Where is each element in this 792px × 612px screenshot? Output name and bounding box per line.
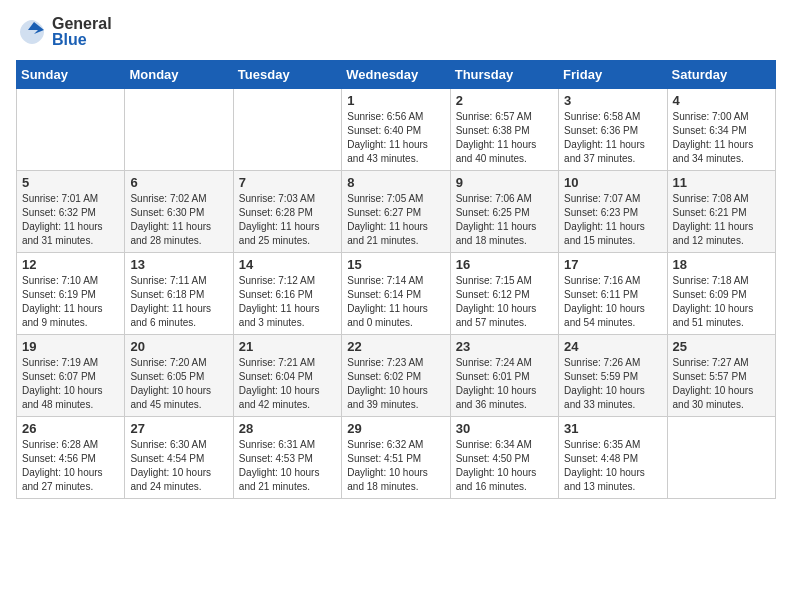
day-info: Sunrise: 6:58 AM Sunset: 6:36 PM Dayligh…	[564, 110, 661, 166]
day-info: Sunrise: 7:02 AM Sunset: 6:30 PM Dayligh…	[130, 192, 227, 248]
day-info: Sunrise: 7:07 AM Sunset: 6:23 PM Dayligh…	[564, 192, 661, 248]
calendar-week-row: 19Sunrise: 7:19 AM Sunset: 6:07 PM Dayli…	[17, 335, 776, 417]
day-info: Sunrise: 7:24 AM Sunset: 6:01 PM Dayligh…	[456, 356, 553, 412]
calendar-cell: 26Sunrise: 6:28 AM Sunset: 4:56 PM Dayli…	[17, 417, 125, 499]
day-info: Sunrise: 7:01 AM Sunset: 6:32 PM Dayligh…	[22, 192, 119, 248]
calendar-week-row: 12Sunrise: 7:10 AM Sunset: 6:19 PM Dayli…	[17, 253, 776, 335]
day-number: 28	[239, 421, 336, 436]
day-number: 10	[564, 175, 661, 190]
day-info: Sunrise: 7:10 AM Sunset: 6:19 PM Dayligh…	[22, 274, 119, 330]
calendar-cell: 12Sunrise: 7:10 AM Sunset: 6:19 PM Dayli…	[17, 253, 125, 335]
day-info: Sunrise: 7:20 AM Sunset: 6:05 PM Dayligh…	[130, 356, 227, 412]
calendar-cell: 16Sunrise: 7:15 AM Sunset: 6:12 PM Dayli…	[450, 253, 558, 335]
day-info: Sunrise: 7:18 AM Sunset: 6:09 PM Dayligh…	[673, 274, 770, 330]
calendar-cell: 29Sunrise: 6:32 AM Sunset: 4:51 PM Dayli…	[342, 417, 450, 499]
day-number: 17	[564, 257, 661, 272]
calendar-cell: 18Sunrise: 7:18 AM Sunset: 6:09 PM Dayli…	[667, 253, 775, 335]
logo-bird-icon	[16, 16, 48, 48]
weekday-header-saturday: Saturday	[667, 61, 775, 89]
day-info: Sunrise: 6:28 AM Sunset: 4:56 PM Dayligh…	[22, 438, 119, 494]
calendar-cell	[667, 417, 775, 499]
weekday-header-sunday: Sunday	[17, 61, 125, 89]
day-number: 9	[456, 175, 553, 190]
day-info: Sunrise: 6:35 AM Sunset: 4:48 PM Dayligh…	[564, 438, 661, 494]
day-number: 7	[239, 175, 336, 190]
day-number: 18	[673, 257, 770, 272]
day-number: 31	[564, 421, 661, 436]
calendar-cell: 30Sunrise: 6:34 AM Sunset: 4:50 PM Dayli…	[450, 417, 558, 499]
calendar-header: SundayMondayTuesdayWednesdayThursdayFrid…	[17, 61, 776, 89]
day-number: 24	[564, 339, 661, 354]
day-info: Sunrise: 7:16 AM Sunset: 6:11 PM Dayligh…	[564, 274, 661, 330]
day-info: Sunrise: 7:27 AM Sunset: 5:57 PM Dayligh…	[673, 356, 770, 412]
weekday-header-monday: Monday	[125, 61, 233, 89]
day-number: 4	[673, 93, 770, 108]
day-info: Sunrise: 6:34 AM Sunset: 4:50 PM Dayligh…	[456, 438, 553, 494]
weekday-header-tuesday: Tuesday	[233, 61, 341, 89]
day-info: Sunrise: 7:11 AM Sunset: 6:18 PM Dayligh…	[130, 274, 227, 330]
calendar-cell: 11Sunrise: 7:08 AM Sunset: 6:21 PM Dayli…	[667, 171, 775, 253]
calendar-cell: 27Sunrise: 6:30 AM Sunset: 4:54 PM Dayli…	[125, 417, 233, 499]
calendar-week-row: 1Sunrise: 6:56 AM Sunset: 6:40 PM Daylig…	[17, 89, 776, 171]
day-number: 20	[130, 339, 227, 354]
calendar-cell: 22Sunrise: 7:23 AM Sunset: 6:02 PM Dayli…	[342, 335, 450, 417]
day-info: Sunrise: 7:15 AM Sunset: 6:12 PM Dayligh…	[456, 274, 553, 330]
calendar-cell: 17Sunrise: 7:16 AM Sunset: 6:11 PM Dayli…	[559, 253, 667, 335]
calendar-cell: 28Sunrise: 6:31 AM Sunset: 4:53 PM Dayli…	[233, 417, 341, 499]
calendar-cell: 13Sunrise: 7:11 AM Sunset: 6:18 PM Dayli…	[125, 253, 233, 335]
calendar-cell	[233, 89, 341, 171]
day-info: Sunrise: 7:14 AM Sunset: 6:14 PM Dayligh…	[347, 274, 444, 330]
day-number: 27	[130, 421, 227, 436]
day-number: 23	[456, 339, 553, 354]
day-number: 8	[347, 175, 444, 190]
calendar-cell: 25Sunrise: 7:27 AM Sunset: 5:57 PM Dayli…	[667, 335, 775, 417]
day-info: Sunrise: 7:03 AM Sunset: 6:28 PM Dayligh…	[239, 192, 336, 248]
day-number: 2	[456, 93, 553, 108]
day-info: Sunrise: 6:30 AM Sunset: 4:54 PM Dayligh…	[130, 438, 227, 494]
calendar-cell: 15Sunrise: 7:14 AM Sunset: 6:14 PM Dayli…	[342, 253, 450, 335]
page-header: GeneralBlue	[16, 16, 776, 48]
calendar-cell: 7Sunrise: 7:03 AM Sunset: 6:28 PM Daylig…	[233, 171, 341, 253]
calendar-table: SundayMondayTuesdayWednesdayThursdayFrid…	[16, 60, 776, 499]
calendar-week-row: 5Sunrise: 7:01 AM Sunset: 6:32 PM Daylig…	[17, 171, 776, 253]
day-info: Sunrise: 6:32 AM Sunset: 4:51 PM Dayligh…	[347, 438, 444, 494]
day-number: 21	[239, 339, 336, 354]
day-info: Sunrise: 6:57 AM Sunset: 6:38 PM Dayligh…	[456, 110, 553, 166]
day-number: 13	[130, 257, 227, 272]
day-info: Sunrise: 7:06 AM Sunset: 6:25 PM Dayligh…	[456, 192, 553, 248]
calendar-cell: 31Sunrise: 6:35 AM Sunset: 4:48 PM Dayli…	[559, 417, 667, 499]
day-number: 19	[22, 339, 119, 354]
day-info: Sunrise: 7:05 AM Sunset: 6:27 PM Dayligh…	[347, 192, 444, 248]
day-number: 12	[22, 257, 119, 272]
calendar-cell: 8Sunrise: 7:05 AM Sunset: 6:27 PM Daylig…	[342, 171, 450, 253]
day-number: 29	[347, 421, 444, 436]
weekday-header-row: SundayMondayTuesdayWednesdayThursdayFrid…	[17, 61, 776, 89]
day-info: Sunrise: 7:19 AM Sunset: 6:07 PM Dayligh…	[22, 356, 119, 412]
day-number: 26	[22, 421, 119, 436]
day-number: 15	[347, 257, 444, 272]
calendar-cell: 14Sunrise: 7:12 AM Sunset: 6:16 PM Dayli…	[233, 253, 341, 335]
calendar-cell: 5Sunrise: 7:01 AM Sunset: 6:32 PM Daylig…	[17, 171, 125, 253]
calendar-cell	[17, 89, 125, 171]
day-number: 1	[347, 93, 444, 108]
calendar-cell	[125, 89, 233, 171]
day-number: 11	[673, 175, 770, 190]
calendar-cell: 9Sunrise: 7:06 AM Sunset: 6:25 PM Daylig…	[450, 171, 558, 253]
day-info: Sunrise: 6:56 AM Sunset: 6:40 PM Dayligh…	[347, 110, 444, 166]
calendar-cell: 1Sunrise: 6:56 AM Sunset: 6:40 PM Daylig…	[342, 89, 450, 171]
calendar-cell: 4Sunrise: 7:00 AM Sunset: 6:34 PM Daylig…	[667, 89, 775, 171]
calendar-week-row: 26Sunrise: 6:28 AM Sunset: 4:56 PM Dayli…	[17, 417, 776, 499]
day-info: Sunrise: 7:00 AM Sunset: 6:34 PM Dayligh…	[673, 110, 770, 166]
calendar-cell: 10Sunrise: 7:07 AM Sunset: 6:23 PM Dayli…	[559, 171, 667, 253]
weekday-header-wednesday: Wednesday	[342, 61, 450, 89]
logo: GeneralBlue	[16, 16, 112, 48]
weekday-header-thursday: Thursday	[450, 61, 558, 89]
day-info: Sunrise: 7:08 AM Sunset: 6:21 PM Dayligh…	[673, 192, 770, 248]
day-number: 6	[130, 175, 227, 190]
day-number: 14	[239, 257, 336, 272]
day-number: 30	[456, 421, 553, 436]
calendar-cell: 20Sunrise: 7:20 AM Sunset: 6:05 PM Dayli…	[125, 335, 233, 417]
logo-blue-label: Blue	[52, 32, 112, 48]
day-number: 25	[673, 339, 770, 354]
day-number: 5	[22, 175, 119, 190]
